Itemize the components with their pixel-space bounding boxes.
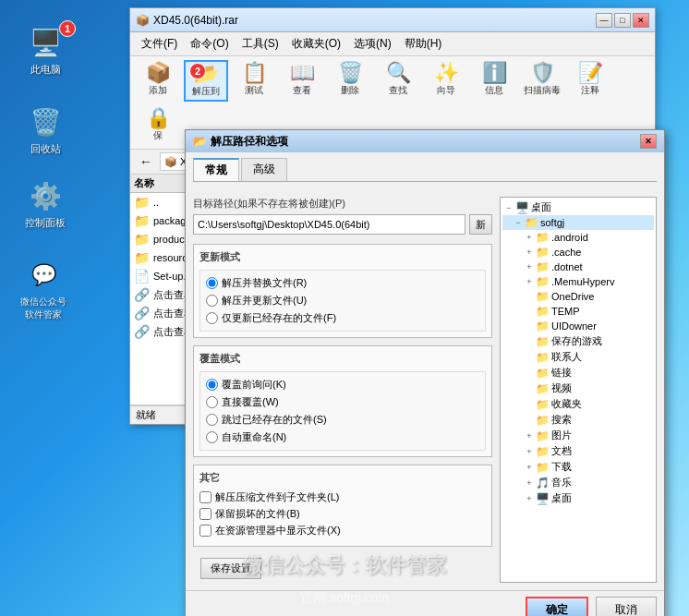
- desktop-icon-control[interactable]: ⚙️ 控制面板: [13, 174, 78, 234]
- update-mode-options: 解压并替换文件(R) 解压并更新文件(U) 仅更新已经存在的文件(F): [199, 270, 486, 332]
- tab-general[interactable]: 常规: [193, 158, 239, 181]
- extract-left-panel: 目标路径(如果不存在将被创建)(P) 新 更新模式 解压并替换文件(R): [193, 197, 492, 583]
- folder-tree[interactable]: − 🖥️ 桌面 − 📁 softgj + 📁 .android: [500, 197, 657, 583]
- tree-favorites[interactable]: 📁 收藏夹: [502, 396, 654, 412]
- target-path-section: 目标路径(如果不存在将被创建)(P) 新: [193, 197, 492, 235]
- toolbar-info[interactable]: ℹ️ 信息: [472, 60, 516, 102]
- update-option-replace[interactable]: 解压并替换文件(R): [206, 276, 479, 290]
- find-icon: 🔍: [386, 63, 411, 83]
- extract-label: 解压到: [192, 85, 220, 98]
- ok-button[interactable]: 确定: [526, 597, 588, 616]
- tree-links[interactable]: 📁 链接: [502, 365, 654, 380]
- menu-file[interactable]: 文件(F): [136, 34, 183, 54]
- overwrite-label: 覆盖模式: [199, 352, 486, 366]
- wizard-icon: ✨: [434, 63, 459, 83]
- test-label: 测试: [245, 84, 263, 97]
- toolbar-view[interactable]: 📖 查看: [280, 60, 324, 102]
- comment-icon: 📝: [578, 63, 603, 83]
- toolbar-virus[interactable]: 🛡️ 扫描病毒: [520, 60, 564, 102]
- tree-contacts[interactable]: 📁 联系人: [502, 349, 654, 365]
- view-label: 查看: [293, 84, 311, 97]
- tree-memuhyperv[interactable]: + 📁 .MemuHyperv: [502, 274, 654, 289]
- target-path-row: 新: [193, 214, 492, 235]
- exe-icon: 📄: [134, 269, 150, 284]
- update-option-existing[interactable]: 仅更新已经存在的文件(F): [206, 311, 479, 325]
- toolbar-find[interactable]: 🔍 查找: [376, 60, 420, 102]
- toolbar-comment[interactable]: 📝 注释: [568, 60, 612, 102]
- toolbar-wizard[interactable]: ✨ 向导: [424, 60, 468, 102]
- tree-softgj[interactable]: − 📁 softgj: [502, 215, 654, 230]
- tree-onedrive[interactable]: 📁 OneDrive: [502, 289, 654, 304]
- tree-saved-games[interactable]: 📁 保存的游戏: [502, 333, 654, 349]
- tree-search[interactable]: 📁 搜索: [502, 412, 654, 428]
- tab-advanced[interactable]: 高级: [241, 158, 287, 181]
- desktop-icon-recycle[interactable]: 🗑️ 回收站: [13, 100, 78, 160]
- recycle-label: 回收站: [30, 142, 61, 156]
- menu-help[interactable]: 帮助(H): [399, 34, 448, 54]
- extract-right-panel: − 🖥️ 桌面 − 📁 softgj + 📁 .android: [500, 197, 657, 583]
- winrar-title-icon: 📦: [136, 14, 150, 27]
- folder-icon: 📁: [134, 232, 150, 247]
- close-button[interactable]: ✕: [633, 13, 649, 28]
- misc-broken[interactable]: 保留损坏的文件(B): [199, 507, 486, 521]
- tree-videos[interactable]: 📁 视频: [502, 380, 654, 396]
- dialog-buttons: 确定 取消: [186, 590, 664, 616]
- menu-options[interactable]: 选项(N): [348, 34, 397, 54]
- tree-documents[interactable]: + 📁 文档: [502, 443, 654, 459]
- menu-favorites[interactable]: 收藏夹(O): [286, 34, 346, 54]
- protect-label: 保: [153, 129, 163, 142]
- overwrite-direct[interactable]: 直接覆盖(W): [206, 395, 479, 409]
- dialog-close-button[interactable]: ✕: [640, 134, 657, 149]
- test-icon: 📋: [242, 63, 267, 83]
- control-label: 控制面板: [25, 216, 66, 230]
- toolbar-delete[interactable]: 🗑️ 删除: [328, 60, 372, 102]
- tree-music[interactable]: + 🎵 音乐: [502, 475, 654, 490]
- nav-back[interactable]: ←: [136, 153, 156, 170]
- desktop-icon-wechat[interactable]: 💬 微信公众号软件管家: [7, 253, 79, 325]
- cancel-button[interactable]: 取消: [596, 597, 657, 616]
- tree-pictures[interactable]: + 📁 图片: [502, 428, 654, 443]
- tree-desktop-root[interactable]: − 🖥️ 桌面: [502, 199, 654, 215]
- tree-desktop[interactable]: + 🖥️ 桌面: [502, 490, 654, 506]
- add-label: 添加: [149, 84, 167, 97]
- minimize-button[interactable]: —: [596, 13, 612, 28]
- delete-icon: 🗑️: [338, 63, 363, 83]
- target-path-label: 目标路径(如果不存在将被创建)(P): [193, 197, 492, 211]
- overwrite-ask[interactable]: 覆盖前询问(K): [206, 378, 479, 392]
- winrar-title-left: 📦 XD45.0(64bit).rar: [136, 14, 238, 27]
- overwrite-mode-section: 覆盖模式 覆盖前询问(K) 直接覆盖(W) 跳过已经存在的文件(S): [193, 345, 492, 457]
- dialog-tabs-area: 常规 高级: [186, 152, 664, 182]
- tree-cache[interactable]: + 📁 .cache: [502, 245, 654, 260]
- info-label: 信息: [485, 84, 503, 97]
- misc-subdir[interactable]: 解压压缩文件到子文件夹(L): [199, 490, 486, 504]
- misc-explorer[interactable]: 在资源管理器中显示文件(X): [199, 524, 486, 537]
- tree-uidowner[interactable]: 📁 UIDowner: [502, 319, 654, 333]
- toolbar-protect[interactable]: 🔒 保: [136, 105, 180, 145]
- update-mode-label: 更新模式: [199, 250, 486, 264]
- tree-dotnet[interactable]: + 📁 .dotnet: [502, 260, 654, 274]
- tree-android[interactable]: + 📁 .android: [502, 230, 654, 245]
- maximize-button[interactable]: □: [614, 13, 631, 28]
- recycle-icon: 🗑️: [27, 103, 64, 140]
- toolbar-test[interactable]: 📋 测试: [232, 60, 276, 102]
- badge-2: 2: [189, 63, 206, 79]
- winrar-title-text: XD45.0(64bit).rar: [153, 14, 238, 27]
- menu-command[interactable]: 命令(O): [185, 34, 234, 54]
- toolbar-add[interactable]: 📦 添加: [136, 60, 180, 102]
- view-icon: 📖: [290, 63, 315, 83]
- misc-label: 其它: [199, 471, 486, 485]
- menu-tools[interactable]: 工具(S): [236, 34, 284, 54]
- computer-icon: 🖥️: [27, 24, 64, 61]
- tree-temp[interactable]: 📁 TEMP: [502, 304, 654, 319]
- new-folder-button[interactable]: 新: [469, 214, 492, 235]
- tree-downloads[interactable]: + 📁 下载: [502, 459, 654, 475]
- update-option-new[interactable]: 解压并更新文件(U): [206, 294, 479, 308]
- save-settings-button[interactable]: 保存设置: [200, 558, 261, 579]
- misc-section: 其它 解压压缩文件到子文件夹(L) 保留损坏的文件(B) 在资源管理器中显示文件…: [193, 465, 492, 547]
- target-path-input[interactable]: [193, 214, 465, 235]
- protect-icon: 🔒: [146, 108, 171, 128]
- overwrite-rename[interactable]: 自动重命名(N): [206, 430, 479, 444]
- overwrite-skip[interactable]: 跳过已经存在的文件(S): [206, 413, 479, 427]
- dialog-title-text: 解压路径和选项: [211, 134, 288, 150]
- dialog-body: 目标路径(如果不存在将被创建)(P) 新 更新模式 解压并替换文件(R): [186, 189, 664, 590]
